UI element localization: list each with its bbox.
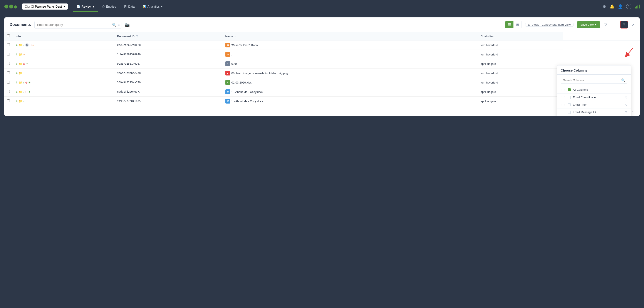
folder-icon[interactable]: 📁: [19, 81, 22, 84]
fork-icon[interactable]: ⑂: [23, 43, 24, 47]
infinity-icon[interactable]: ∞: [32, 43, 34, 47]
alert-icon[interactable]: ⊙: [25, 90, 28, 94]
fork-icon[interactable]: ⑂: [23, 100, 24, 103]
column-checkbox[interactable]: [568, 103, 571, 106]
column-checkbox[interactable]: [568, 111, 571, 114]
filter-icon[interactable]: ▽: [625, 103, 627, 106]
r-badge: R: [25, 43, 29, 47]
bell-icon[interactable]: 🔔: [610, 4, 614, 9]
folder-icon[interactable]: 📁: [19, 90, 22, 94]
file-type-icon: W: [226, 99, 230, 104]
download-icon[interactable]: ⬇: [16, 43, 18, 47]
download-icon[interactable]: ⬇: [16, 100, 18, 103]
bar-1: [635, 7, 636, 8]
filter-icon[interactable]: ▽: [604, 22, 608, 28]
pagination-bar: Total 1669 Documents ‹ / 17 ›: [4, 106, 640, 116]
row-checkbox[interactable]: [7, 90, 10, 93]
search-icon[interactable]: 🔍: [112, 22, 116, 27]
download-icon[interactable]: ⬇: [16, 81, 18, 84]
doc-name-cell[interactable]: ✉'Case Ya Didn't Know: [223, 40, 478, 50]
alert-icon[interactable]: ⊙: [23, 62, 25, 66]
org-selector[interactable]: City Of Pawnee Parks Dept ▾: [22, 4, 68, 10]
next-page-button[interactable]: ›: [631, 109, 634, 113]
save-view-button[interactable]: Save View ▾: [577, 21, 600, 28]
columns-toggle-button[interactable]: ⊞: [620, 21, 628, 28]
more-options-icon[interactable]: ⋮: [611, 22, 616, 28]
select-all-header[interactable]: [4, 32, 13, 40]
user-icon[interactable]: 👤: [618, 4, 623, 9]
columns-grid-icon: ⊞: [623, 23, 626, 26]
sparkle-icon[interactable]: ✦: [28, 81, 31, 84]
doc-name-cell[interactable]: W1 - About Me - Copy.docx: [223, 96, 478, 106]
custodian-cell: april ludgate: [478, 59, 563, 68]
doc-name-text: 0.txt: [232, 62, 237, 66]
doc-name-cell[interactable]: ▲00_lead_image_screenshots_folder_orig.p…: [223, 68, 478, 78]
doc-name-cell[interactable]: W1 - About Me - Copy.docx: [223, 87, 478, 96]
infinity-icon[interactable]: ∞: [23, 53, 25, 56]
grid-view-button[interactable]: ⊞: [514, 21, 522, 28]
search-input[interactable]: [34, 21, 122, 28]
table-row: ⬇📁⑂R⊙∞0dc92d2602ebc28✉'Case Ya Didn't Kn…: [4, 40, 640, 50]
sparkle-icon[interactable]: ✦: [28, 90, 31, 94]
folder-icon[interactable]: 📁: [19, 72, 22, 75]
folder-icon[interactable]: 📁: [19, 43, 22, 47]
columns-search-input[interactable]: [561, 77, 627, 84]
all-columns-checkbox[interactable]: [568, 88, 571, 91]
doc-id-cell: 339e9f6295aa370: [114, 78, 222, 87]
org-name: City Of Pawnee Parks Dept: [25, 5, 62, 8]
views-icon: ⊞: [528, 23, 530, 26]
doc-name-cell[interactable]: T0.txt: [223, 59, 478, 68]
signal-bars: [635, 4, 640, 8]
filter-icon[interactable]: ▽: [625, 111, 627, 114]
row-checkbox[interactable]: [7, 71, 10, 74]
folder-icon[interactable]: 📁: [19, 100, 22, 103]
column-label: Email Classification: [573, 96, 623, 99]
bar-2: [636, 6, 637, 8]
row-checkbox[interactable]: [7, 81, 10, 84]
fork-icon[interactable]: ⑂: [23, 90, 24, 94]
doc-id-column-header: Document ID ⇅: [114, 32, 222, 40]
alert-icon[interactable]: ⊙: [25, 81, 28, 84]
external-link-icon[interactable]: ↗: [632, 22, 634, 27]
download-icon[interactable]: ⬇: [16, 53, 18, 56]
nav-item-data[interactable]: 🗄 Data: [120, 3, 138, 10]
filter-icon[interactable]: ▽: [625, 96, 627, 99]
documents-table: Info Document ID ⇅ Name ↑↓ Custodian: [4, 32, 640, 106]
settings-icon[interactable]: ⚙: [603, 4, 606, 9]
columns-list-item[interactable]: ⋮⋮ Email Message ID ▽: [557, 108, 631, 116]
row-checkbox[interactable]: [7, 62, 10, 65]
row-checkbox[interactable]: [7, 100, 10, 102]
nav-label-review: Review: [81, 5, 92, 8]
doc-id-cell: ff98c7f7e041b35: [114, 96, 222, 106]
documents-header: Documents 🔍 ≡ 📷 ☰ ⊞ ⊞ Views - Canopy Sta…: [4, 18, 640, 32]
fork-icon[interactable]: ⑂: [23, 81, 24, 84]
folder-icon[interactable]: 📁: [19, 62, 22, 66]
row-checkbox[interactable]: [7, 43, 10, 46]
help-icon[interactable]: ?: [626, 4, 632, 9]
all-columns-row[interactable]: ⋮⋮ All Columns: [557, 86, 631, 94]
camera-icon[interactable]: 📷: [125, 22, 130, 27]
nav-item-analytics[interactable]: 📊 Analytics ▾: [139, 3, 166, 10]
alert-icon[interactable]: ⊙: [29, 43, 32, 47]
analytics-icon: 📊: [142, 5, 146, 8]
list-view-button[interactable]: ☰: [505, 21, 514, 28]
row-checkbox[interactable]: [7, 53, 10, 56]
download-icon[interactable]: ⬇: [16, 90, 18, 94]
columns-list-item[interactable]: ⋮⋮ Email Classification ▽: [557, 94, 631, 101]
nav-item-entities[interactable]: ⬡ Entities: [98, 3, 120, 10]
folder-icon[interactable]: 📁: [19, 53, 22, 56]
download-icon[interactable]: ⬇: [16, 72, 18, 75]
filter-lines-icon[interactable]: ≡: [118, 22, 120, 27]
columns-list-item[interactable]: ⋮⋮ Email From ▽: [557, 101, 631, 108]
column-checkbox[interactable]: [568, 96, 571, 99]
doc-name-cell[interactable]: ✉.: [223, 50, 478, 59]
entities-icon: ⬡: [102, 5, 105, 8]
select-all-checkbox[interactable]: [7, 34, 10, 37]
nav-item-review[interactable]: 📄 Review ▾: [73, 3, 98, 10]
sort-icons[interactable]: ⇅: [136, 34, 138, 38]
download-icon[interactable]: ⬇: [16, 62, 18, 66]
sort-icons-name[interactable]: ↑↓: [235, 34, 238, 38]
table-row: ⬇📁∞1bbe87291598946✉.tom haverford: [4, 50, 640, 59]
sparkle-icon[interactable]: ✦: [26, 62, 28, 66]
doc-name-cell[interactable]: X01-03-2020.xlsx: [223, 78, 478, 87]
